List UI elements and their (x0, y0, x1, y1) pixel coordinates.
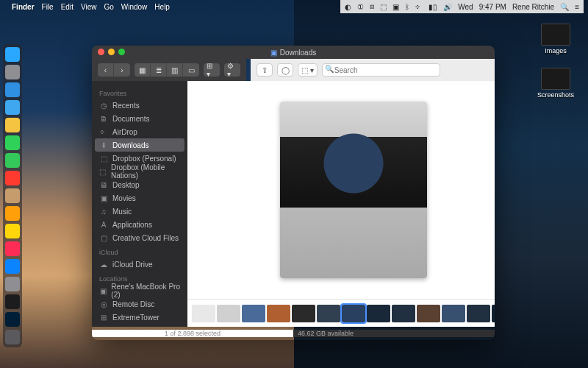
volume-icon[interactable]: 🔊 (443, 3, 452, 11)
dock-app-finder[interactable] (5, 47, 20, 62)
group-by-button[interactable]: ⊞ ▾ (204, 63, 220, 77)
status-icon[interactable]: ◐ (345, 3, 351, 11)
sidebar-item-icloud-drive[interactable]: ☁iCloud Drive (92, 258, 187, 271)
notification-center-icon[interactable]: ≡ (575, 3, 579, 11)
sidebar-heading: Favorites (92, 85, 187, 99)
thumbnail[interactable] (267, 305, 290, 322)
gallery-view-button[interactable]: ▭ (183, 63, 199, 77)
menu-go[interactable]: Go (104, 3, 113, 11)
sidebar-item-documents[interactable]: 🗎Documents (92, 112, 187, 125)
thumbnail[interactable] (217, 305, 240, 322)
share-button[interactable]: ⇪ (257, 63, 273, 77)
sidebar-icon: ☁ (99, 261, 108, 269)
sidebar-icon: ▣ (99, 287, 107, 295)
dock-app-mail[interactable] (5, 100, 20, 115)
menu-help[interactable]: Help (154, 3, 170, 11)
dock-app-trash[interactable] (5, 330, 20, 344)
status-free-space: 46.62 GB available (293, 330, 495, 337)
sidebar-item-airdrop[interactable]: ᯤAirDrop (92, 125, 187, 138)
dock-app-calendar[interactable] (5, 171, 20, 185)
dock-app-contacts[interactable] (5, 188, 20, 203)
sidebar-icon: ⊞ (99, 314, 108, 322)
sidebar-item-recents[interactable]: ◷Recents (92, 99, 187, 112)
preview-image (280, 102, 427, 278)
icon-view-button[interactable]: ▦ (135, 63, 151, 77)
thumbnail[interactable] (467, 305, 490, 322)
status-icon[interactable]: ▣ (392, 3, 399, 11)
zoom-button[interactable] (118, 49, 125, 55)
close-button[interactable] (98, 49, 104, 55)
menu-window[interactable]: Window (121, 3, 148, 11)
gallery-view (187, 81, 495, 327)
sidebar-item-movies[interactable]: ▣Movies (92, 191, 187, 205)
sidebar-item-rene-s-macbook-pro-2-[interactable]: ▣Rene's MacBook Pro (2) (92, 284, 187, 297)
action-button[interactable]: ⚙ ▾ (224, 63, 240, 77)
sidebar-item-downloads[interactable]: ⬇Downloads (95, 138, 184, 152)
column-view-button[interactable]: ▥ (167, 63, 183, 77)
battery-icon[interactable]: ▮▯ (429, 3, 437, 11)
wifi-icon[interactable]: ᯤ (415, 3, 423, 11)
dock-app-notes[interactable] (5, 224, 20, 238)
desktop-folder-images[interactable]: Images (537, 24, 575, 54)
sidebar-item-dropbox-mobile-nations-[interactable]: ⬚Dropbox (Mobile Nations) (92, 165, 187, 178)
finder-window: ▣ Downloads ‹ › ▦ ≣ ▥ ▭ ⊞ ▾ ⚙ ▾ ⇪ ◯ ⬚ ▾ (92, 46, 495, 340)
forward-button[interactable]: › (114, 63, 130, 77)
dock-app-preferences[interactable] (5, 277, 20, 291)
dock-app-terminal[interactable] (5, 294, 20, 309)
menu-file[interactable]: File (42, 3, 54, 11)
thumbnail[interactable] (492, 305, 495, 322)
dock-app-launchpad[interactable] (5, 65, 20, 79)
bluetooth-icon[interactable]: ᛒ (405, 3, 409, 11)
thumbnail[interactable] (242, 305, 265, 322)
sidebar-item-label: Recents (112, 102, 140, 110)
minimize-button[interactable] (108, 49, 115, 55)
thumbnail[interactable] (417, 305, 440, 322)
gallery-preview[interactable] (187, 81, 495, 299)
sidebar-item-label: Desktop (112, 181, 140, 189)
dock-app-photoshop[interactable] (5, 312, 20, 327)
user-name[interactable]: Rene Ritchie (512, 3, 554, 11)
tags-button[interactable]: ◯ (277, 63, 293, 77)
dock-app-appstore[interactable] (5, 259, 20, 274)
sidebar-item-applications[interactable]: AApplications (92, 218, 187, 231)
sidebar-icon: ⬇ (99, 141, 108, 149)
search-input[interactable] (322, 63, 440, 77)
thumbnail[interactable] (342, 305, 365, 322)
sidebar-item-creative-cloud-files[interactable]: ▢Creative Cloud Files (92, 231, 187, 244)
status-icon[interactable]: ⧈ (370, 2, 374, 11)
spotlight-icon[interactable]: 🔍 (560, 3, 569, 11)
dock-app-messages[interactable] (5, 135, 20, 150)
window-titlebar[interactable]: ▣ Downloads (92, 46, 495, 59)
dock-app-photos[interactable] (5, 118, 20, 132)
dock-app-safari[interactable] (5, 82, 20, 97)
folder-icon: ▣ (270, 49, 277, 57)
sidebar-heading: iCloud (92, 244, 187, 258)
thumbnail[interactable] (367, 305, 390, 322)
thumbnail[interactable] (442, 305, 465, 322)
clock-day[interactable]: Wed (458, 3, 473, 11)
desktop-folder-screenshots[interactable]: Screenshots (537, 68, 575, 99)
app-menu[interactable]: Finder (12, 3, 35, 11)
sidebar-item-desktop[interactable]: 🖥Desktop (92, 178, 187, 191)
menu-edit[interactable]: Edit (61, 3, 74, 11)
sidebar-item-extremetower[interactable]: ⊞ExtremeTower (92, 311, 187, 324)
status-icon[interactable]: ⬚ (380, 3, 387, 11)
dock-app-maps[interactable] (5, 153, 20, 168)
back-button[interactable]: ‹ (98, 63, 114, 77)
sidebar-item-music[interactable]: ♫Music (92, 205, 187, 218)
thumbnail[interactable] (192, 305, 215, 322)
list-view-button[interactable]: ≣ (151, 63, 167, 77)
clock-time[interactable]: 9:47 PM (479, 3, 506, 11)
thumbnail-strip[interactable] (187, 299, 495, 327)
sidebar-item-label: Remote Disc (112, 300, 154, 308)
dropbox-button[interactable]: ⬚ ▾ (298, 63, 318, 77)
dock-app-music[interactable] (5, 241, 20, 256)
menu-view[interactable]: View (81, 3, 97, 11)
thumbnail[interactable] (392, 305, 415, 322)
dock-app-reminders[interactable] (5, 206, 20, 221)
thumbnail[interactable] (317, 305, 340, 322)
sidebar-item-remote-disc[interactable]: ◎Remote Disc (92, 297, 187, 311)
dock (3, 44, 22, 347)
status-icon[interactable]: ① (357, 3, 364, 11)
thumbnail[interactable] (292, 305, 315, 322)
